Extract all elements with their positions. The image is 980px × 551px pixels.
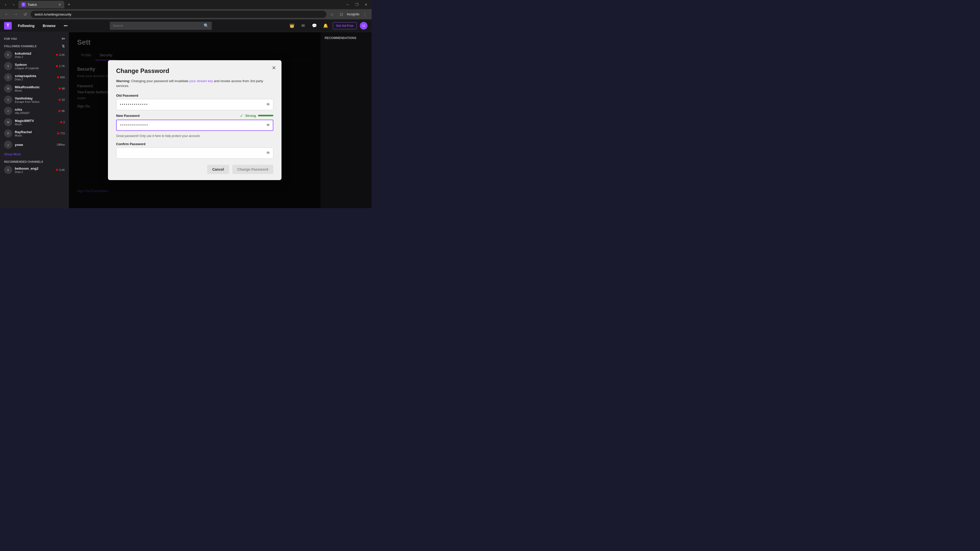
change-password-button[interactable]: Change Password [232,165,273,174]
browser-chrome: ‹ › T Twitch ✕ + ─ ❐ ✕ ← → ↺ ☆ ⊡ Incogni… [0,0,372,19]
sidebar: For You ⇦ FOLLOWED CHANNELS ⇅ K kukudota… [0,32,69,208]
twitch-main: For You ⇦ FOLLOWED CHANNELS ⇅ K kukudota… [0,32,372,208]
new-password-field: 👁 [116,120,273,131]
recommended-channels-section: RECOMMENDED CHANNELS [0,158,69,164]
recommendations-title: Recommendations [325,36,368,40]
right-panel: Recommendations [321,32,372,208]
modal-footer: Cancel Change Password [116,165,273,174]
new-password-input[interactable] [116,120,273,131]
new-password-header: New Password ✓ Strong [116,113,273,118]
avatar-vanholiday: V [4,96,12,104]
active-tab[interactable]: T Twitch ✕ [18,1,64,8]
nav-browse[interactable]: Browse [41,23,58,29]
avatar-mikarosemusic: M [4,84,12,93]
avatar-magic899tv: M [4,118,12,126]
live-dot [56,54,58,56]
sidebar-item-rayrachel[interactable]: R RayRachel Music 772 [0,128,69,139]
live-dot [60,121,62,123]
tab-bar: ‹ › T Twitch ✕ + ─ ❐ ✕ [0,0,372,9]
modal-title: Change Password [116,67,273,75]
avatar-sydeon: S [4,62,12,70]
tab-nav-next[interactable]: › [10,1,18,8]
live-dot [59,110,60,112]
modal-close-button[interactable]: ✕ [270,64,277,71]
avatar-rayrachel: R [4,129,12,138]
tab-favicon: T [21,3,25,6]
sidebar-item-kukudota2[interactable]: K kukudota2 Dota 2 3.2K [0,49,69,60]
confirm-password-input[interactable] [116,148,273,159]
for-you-section: For You ⇦ [0,34,69,42]
sidebar-item-betboom[interactable]: b betboom_eng2 Dota 2 3.4K [0,164,69,176]
url-field[interactable] [30,11,326,18]
old-password-toggle-icon[interactable]: 👁 [266,102,270,107]
sidebar-item-yowe[interactable]: y yowe Offline [0,139,69,150]
change-password-modal: ✕ Change Password Warning: Changing your… [108,60,282,180]
new-password-toggle-icon[interactable]: 👁 [266,123,270,127]
main-content: Sett Profile Security Security Keep your… [69,32,321,208]
live-dot [59,87,61,89]
address-bar: ← → ↺ ☆ ⊡ Incognito ⋮ [0,9,372,19]
notifications-icon[interactable]: 🔔 [321,22,330,30]
browser-menu-button[interactable]: ⋮ [361,11,369,18]
strength-check-icon: ✓ [240,113,243,118]
cancel-button[interactable]: Cancel [207,165,229,174]
avatar-solapsapdota: S [4,73,12,81]
strength-bar [258,115,273,116]
tab-nav-prev[interactable]: ‹ [2,1,9,8]
strength-indicator: ✓ Strong [240,113,273,118]
back-button[interactable]: ← [3,11,10,18]
old-password-input[interactable] [116,99,273,110]
avatar[interactable]: U [360,22,368,30]
followed-channels-section: FOLLOWED CHANNELS ⇅ [0,42,69,49]
sidebar-item-mikarosemusic[interactable]: M MikaRoseMusic Music 98 [0,83,69,94]
nav-more[interactable]: ••• [62,23,70,29]
search-icon: 🔍 [204,23,209,28]
tab-title: Twitch [27,3,37,6]
extension-button[interactable]: ⊡ [338,11,345,18]
sidebar-item-nats[interactable]: n nAts VALORANT 3K [0,105,69,117]
avatar-kukudota2: K [4,51,12,59]
forward-button[interactable]: → [12,11,19,18]
incognito-label[interactable]: Incognito [347,11,360,18]
window-controls: ─ ❐ ✕ [344,1,369,8]
twitch-header: T Following Browse ••• 🔍 👑 ✉ 💬 🔔 Get Ad-… [0,19,372,32]
sidebar-item-solapsapdota[interactable]: S solapsapdota Dota 2 600 [0,72,69,83]
live-dot [59,99,61,101]
stream-key-link[interactable]: your stream key [189,79,213,83]
confirm-password-toggle-icon[interactable]: 👁 [266,151,270,156]
avatar-nats: n [4,107,12,115]
address-actions: ☆ ⊡ Incognito ⋮ [328,11,369,18]
live-dot [56,169,58,171]
show-more-button[interactable]: Show More [0,150,69,158]
live-dot [57,132,59,135]
close-window-button[interactable]: ✕ [363,1,369,8]
live-dot [57,76,59,78]
twitch-logo[interactable]: T [4,22,12,30]
search-input[interactable] [113,24,202,27]
crown-icon[interactable]: 👑 [288,22,296,30]
confirm-password-field: 👁 [116,148,273,159]
avatar-yowe: y [4,141,12,149]
star-button[interactable]: ☆ [328,11,336,18]
sidebar-item-magic899tv[interactable]: M Magic899TV Music 2 [0,117,69,128]
restore-button[interactable]: ❐ [353,1,360,8]
avatar-betboom: b [4,166,12,174]
header-search[interactable]: 🔍 [110,22,212,30]
modal-overlay: ✕ Change Password Warning: Changing your… [69,32,321,208]
chat-icon[interactable]: 💬 [310,22,318,30]
sidebar-item-sydeon[interactable]: S Sydeon League of Legends 1.7K [0,60,69,72]
new-tab-button[interactable]: + [65,1,73,8]
minimize-button[interactable]: ─ [344,1,351,8]
old-password-field: 👁 [116,99,273,110]
tab-close-button[interactable]: ✕ [58,3,61,6]
inbox-icon[interactable]: ✉ [299,22,307,30]
reload-button[interactable]: ↺ [21,11,29,18]
sidebar-item-vanholiday[interactable]: V VanHoliday Escape from Tarkov 22 [0,94,69,105]
info-kukudota2: kukudota2 Dota 2 [15,52,53,59]
strength-label: Strong [245,114,256,118]
nav-following[interactable]: Following [16,23,37,29]
get-ad-free-button[interactable]: Get Ad-Free [333,22,357,29]
confirm-password-label: Confirm Password [116,142,273,146]
live-dot [56,65,58,67]
header-actions: 👑 ✉ 💬 🔔 Get Ad-Free U [288,22,368,30]
